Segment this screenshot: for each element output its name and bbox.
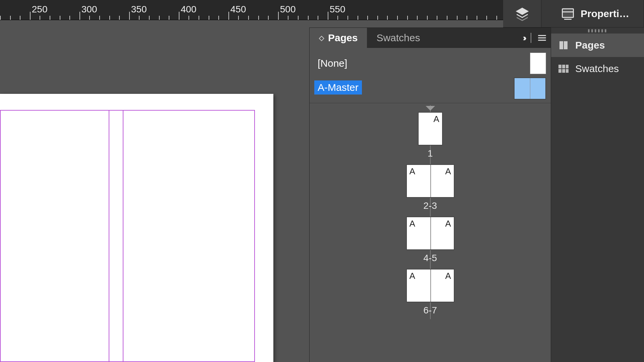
svg-marker-0: [517, 8, 528, 14]
page-thumbnail[interactable]: A: [419, 113, 442, 145]
applied-master-letter: A: [445, 219, 451, 229]
dock-item-label: Pages: [575, 40, 605, 51]
svg-rect-9: [564, 41, 568, 49]
layers-icon: [515, 6, 530, 21]
ruler-label: 250: [32, 4, 48, 15]
horizontal-ruler[interactable]: 250300350400450500550: [0, 0, 503, 20]
master-pages-section: [None]A-Master: [310, 48, 551, 103]
svg-rect-12: [566, 65, 569, 68]
applied-master-letter: A: [410, 166, 415, 177]
master-thumbnail[interactable]: [514, 77, 546, 100]
divider: [531, 33, 531, 43]
properties-icon: [560, 6, 575, 21]
master-page-row[interactable]: A-Master: [310, 75, 551, 100]
tab-swatches[interactable]: Swatches: [367, 28, 429, 48]
sort-icon: ◇: [319, 34, 324, 42]
start-of-document-marker: [426, 106, 435, 111]
page-spread[interactable]: AA: [406, 269, 454, 302]
grip-icon: ▮▮▮▮▮▮: [588, 28, 608, 33]
svg-rect-15: [566, 69, 569, 73]
applied-master-letter: A: [410, 219, 415, 229]
page-spread[interactable]: AA: [406, 217, 454, 250]
panel-tab-bar: ◇ Pages Swatches ››: [310, 28, 551, 48]
page-thumbnail[interactable]: A: [430, 217, 454, 249]
page-thumbnail[interactable]: A: [430, 269, 454, 302]
properties-panel-button[interactable]: Properti…: [541, 0, 644, 27]
svg-rect-1: [562, 9, 573, 17]
tab-pages-label: Pages: [328, 32, 358, 44]
svg-rect-13: [558, 69, 561, 73]
pages-icon: [558, 41, 569, 50]
ruler-label: 300: [82, 4, 97, 15]
page-spread[interactable]: A: [418, 112, 443, 145]
applied-master-letter: A: [445, 166, 451, 177]
page-thumbnail[interactable]: A: [407, 165, 430, 197]
page-thumbnail[interactable]: A: [430, 165, 454, 197]
svg-rect-11: [562, 65, 565, 68]
page-spread[interactable]: AA: [406, 164, 454, 198]
document-pages-section: A1AA2-3AA4-5AA6-7: [310, 103, 551, 319]
tab-pages[interactable]: ◇ Pages: [310, 28, 367, 48]
ruler-label: 550: [330, 4, 345, 15]
panel-menu-icon[interactable]: [537, 34, 547, 42]
swatches-icon: [558, 64, 569, 73]
applied-master-letter: A: [433, 114, 439, 124]
svg-rect-10: [558, 65, 561, 68]
top-bar: Properti…: [503, 0, 644, 27]
ruler-label: 500: [280, 4, 296, 15]
spread-label: 1: [428, 148, 433, 159]
spread-label: 2-3: [423, 200, 437, 211]
svg-rect-8: [559, 41, 563, 49]
margin-guide: [0, 110, 255, 362]
right-dock: ▮▮▮▮▮▮ PagesSwatches: [551, 27, 644, 362]
applied-master-letter: A: [445, 271, 451, 281]
dock-item-label: Swatches: [575, 63, 619, 74]
document-page[interactable]: [0, 94, 273, 362]
svg-rect-14: [562, 69, 565, 73]
master-name: A-Master: [314, 80, 362, 95]
master-name: [None]: [314, 56, 351, 70]
spread-label: 4-5: [423, 253, 437, 263]
master-thumbnail[interactable]: [530, 53, 546, 74]
column-guide: [109, 110, 123, 362]
ruler-label: 400: [181, 4, 197, 15]
collapse-panel-icon[interactable]: ››: [523, 33, 525, 43]
master-page-row[interactable]: [None]: [310, 51, 551, 75]
layers-icon-button[interactable]: [503, 0, 541, 27]
dock-grip[interactable]: ▮▮▮▮▮▮: [551, 27, 644, 34]
applied-master-letter: A: [410, 271, 415, 281]
spread-label: 6-7: [423, 305, 437, 316]
ruler-label: 450: [230, 4, 246, 15]
pages-panel: ◇ Pages Swatches ›› [None]A-Master A1AA2…: [309, 27, 551, 362]
dock-item-pages[interactable]: Pages: [551, 34, 644, 57]
page-thumbnail[interactable]: A: [407, 217, 430, 249]
canvas-area[interactable]: [0, 20, 309, 362]
properties-label: Properti…: [581, 8, 629, 19]
ruler-label: 350: [131, 4, 147, 15]
page-thumbnail[interactable]: A: [407, 269, 430, 302]
tab-swatches-label: Swatches: [376, 32, 420, 44]
dock-item-swatches[interactable]: Swatches: [551, 57, 644, 80]
